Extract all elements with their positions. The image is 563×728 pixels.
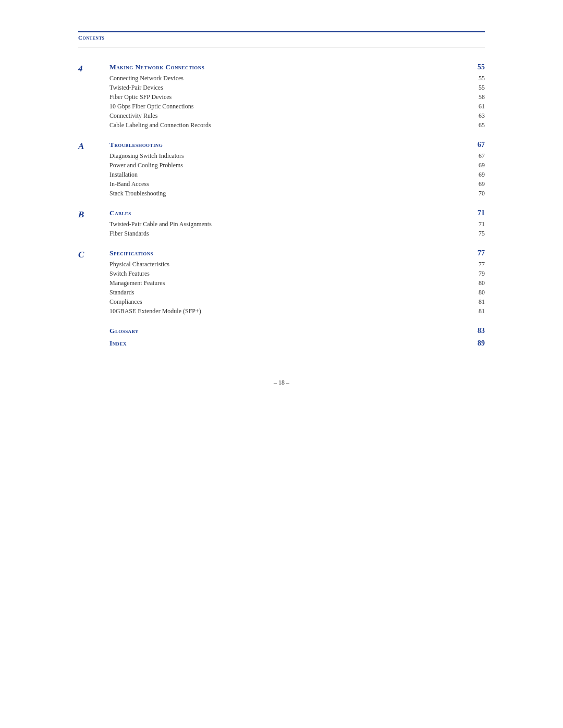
sub-entry-title-b-0: Twisted-Pair Cable and Pin Assignments bbox=[109, 220, 212, 228]
chapter-title-row-b: Cables71 bbox=[109, 209, 485, 217]
sub-entry-a-2: Installation69 bbox=[109, 171, 485, 179]
standalone-page-0: 83 bbox=[478, 327, 485, 335]
sub-entry-page-c-2: 80 bbox=[469, 279, 485, 287]
sub-entry-b-1: Fiber Standards75 bbox=[109, 230, 485, 238]
sub-entry-title-4-3: 10 Gbps Fiber Optic Connections bbox=[109, 103, 193, 110]
standalone-num-1 bbox=[78, 339, 109, 348]
sub-entry-c-5: 10GBASE Extender Module (SFP+)81 bbox=[109, 307, 485, 315]
standalone-section-0: Glossary83 bbox=[78, 327, 485, 335]
chapter-page-b: 71 bbox=[478, 209, 485, 217]
sub-entry-b-0: Twisted-Pair Cable and Pin Assignments71 bbox=[109, 220, 485, 228]
sub-entry-title-4-2: Fiber Optic SFP Devices bbox=[109, 93, 172, 101]
sub-entry-4-5: Cable Labeling and Connection Records65 bbox=[109, 121, 485, 129]
sub-entry-title-c-3: Standards bbox=[109, 289, 134, 297]
sub-entry-c-3: Standards80 bbox=[109, 289, 485, 297]
sub-entry-a-3: In-Band Access69 bbox=[109, 180, 485, 188]
sub-entry-4-4: Connectivity Rules63 bbox=[109, 112, 485, 120]
sub-entries-c: Physical Characteristics77Switch Feature… bbox=[109, 261, 485, 315]
chapter-title-4: Making Network Connections bbox=[109, 63, 204, 71]
page-number: – 18 – bbox=[78, 379, 485, 387]
sub-entry-title-c-5: 10GBASE Extender Module (SFP+) bbox=[109, 307, 201, 315]
sub-entry-title-a-0: Diagnosing Switch Indicators bbox=[109, 152, 184, 160]
sub-entry-4-0: Connecting Network Devices55 bbox=[109, 75, 485, 82]
section-c: CSpecifications77Physical Characteristic… bbox=[78, 249, 485, 323]
sub-entry-page-a-4: 70 bbox=[469, 190, 485, 198]
chapter-title-b: Cables bbox=[109, 209, 131, 217]
sub-entry-page-b-1: 75 bbox=[469, 230, 485, 238]
section-b: BCables71Twisted-Pair Cable and Pin Assi… bbox=[78, 209, 485, 245]
sub-entry-page-a-1: 69 bbox=[469, 162, 485, 169]
sub-entry-page-c-0: 77 bbox=[469, 261, 485, 268]
standalone-row-1: Index89 bbox=[109, 339, 485, 348]
page: Contents 4Making Network Connections55Co… bbox=[78, 0, 485, 728]
sub-entry-title-a-2: Installation bbox=[109, 171, 138, 179]
sub-entry-title-c-4: Compliances bbox=[109, 298, 142, 306]
sub-entry-a-1: Power and Cooling Problems69 bbox=[109, 162, 485, 169]
sub-entry-page-c-1: 79 bbox=[469, 270, 485, 278]
sub-entry-page-a-0: 67 bbox=[469, 152, 485, 160]
sub-entry-title-c-1: Switch Features bbox=[109, 270, 150, 278]
chapter-content-c: Specifications77Physical Characteristics… bbox=[109, 249, 485, 323]
sub-entry-title-a-1: Power and Cooling Problems bbox=[109, 162, 183, 169]
sub-entry-c-2: Management Features80 bbox=[109, 279, 485, 287]
chapter-title-a: Troubleshooting bbox=[109, 141, 163, 149]
chapter-title-row-4: Making Network Connections55 bbox=[109, 63, 485, 71]
sub-entries-4: Connecting Network Devices55Twisted-Pair… bbox=[109, 75, 485, 129]
standalone-section-1: Index89 bbox=[78, 339, 485, 348]
sub-entry-page-a-3: 69 bbox=[469, 180, 485, 188]
sub-entry-title-c-2: Management Features bbox=[109, 279, 165, 287]
chapter-page-c: 77 bbox=[478, 249, 485, 257]
chapter-num-b: B bbox=[78, 209, 109, 220]
sub-entry-title-a-3: In-Band Access bbox=[109, 180, 149, 188]
standalone-title-0: Glossary bbox=[109, 327, 139, 335]
standalone-page-1: 89 bbox=[478, 339, 485, 348]
sub-entry-title-a-4: Stack Troubleshooting bbox=[109, 190, 166, 198]
toc-container: 4Making Network Connections55Connecting … bbox=[78, 63, 485, 348]
sub-entry-title-4-5: Cable Labeling and Connection Records bbox=[109, 121, 211, 129]
chapter-content-4: Making Network Connections55Connecting N… bbox=[109, 63, 485, 137]
standalone-num-0 bbox=[78, 327, 109, 335]
sub-entry-title-4-1: Twisted-Pair Devices bbox=[109, 84, 163, 92]
chapter-num-a: A bbox=[78, 141, 109, 152]
sub-entry-page-b-0: 71 bbox=[469, 220, 485, 228]
sub-entry-a-0: Diagnosing Switch Indicators67 bbox=[109, 152, 485, 160]
header-label: Contents bbox=[78, 34, 485, 47]
sub-entry-page-4-4: 63 bbox=[469, 112, 485, 120]
sub-entry-c-0: Physical Characteristics77 bbox=[109, 261, 485, 268]
sub-entry-page-c-3: 80 bbox=[469, 289, 485, 297]
sub-entry-4-3: 10 Gbps Fiber Optic Connections61 bbox=[109, 103, 485, 110]
sub-entry-4-1: Twisted-Pair Devices55 bbox=[109, 84, 485, 92]
sub-entry-title-4-4: Connectivity Rules bbox=[109, 112, 157, 120]
sub-entry-4-2: Fiber Optic SFP Devices58 bbox=[109, 93, 485, 101]
sub-entry-c-4: Compliances81 bbox=[109, 298, 485, 306]
sub-entry-a-4: Stack Troubleshooting70 bbox=[109, 190, 485, 198]
sub-entry-page-4-2: 58 bbox=[469, 93, 485, 101]
header-top-border bbox=[78, 31, 485, 32]
chapter-title-row-a: Troubleshooting67 bbox=[109, 141, 485, 149]
section-4: 4Making Network Connections55Connecting … bbox=[78, 63, 485, 137]
standalone-title-1: Index bbox=[109, 339, 127, 348]
sub-entry-page-4-0: 55 bbox=[469, 75, 485, 82]
chapter-title-c: Specifications bbox=[109, 249, 153, 257]
standalone-row-0: Glossary83 bbox=[109, 327, 485, 335]
chapter-page-4: 55 bbox=[478, 63, 485, 71]
sub-entry-title-c-0: Physical Characteristics bbox=[109, 261, 169, 268]
sub-entry-page-c-4: 81 bbox=[469, 298, 485, 306]
chapter-title-row-c: Specifications77 bbox=[109, 249, 485, 257]
sub-entry-page-c-5: 81 bbox=[469, 307, 485, 315]
sub-entry-page-4-5: 65 bbox=[469, 121, 485, 129]
chapter-num-4: 4 bbox=[78, 63, 109, 74]
sub-entry-page-4-3: 61 bbox=[469, 103, 485, 110]
sub-entry-page-a-2: 69 bbox=[469, 171, 485, 179]
chapter-content-b: Cables71Twisted-Pair Cable and Pin Assig… bbox=[109, 209, 485, 245]
chapter-num-c: C bbox=[78, 249, 109, 260]
chapter-page-a: 67 bbox=[478, 141, 485, 149]
sub-entry-title-b-1: Fiber Standards bbox=[109, 230, 149, 238]
sub-entry-c-1: Switch Features79 bbox=[109, 270, 485, 278]
sub-entries-a: Diagnosing Switch Indicators67Power and … bbox=[109, 152, 485, 198]
section-a: ATroubleshooting67Diagnosing Switch Indi… bbox=[78, 141, 485, 205]
sub-entries-b: Twisted-Pair Cable and Pin Assignments71… bbox=[109, 220, 485, 238]
sub-entry-title-4-0: Connecting Network Devices bbox=[109, 75, 183, 82]
sub-entry-page-4-1: 55 bbox=[469, 84, 485, 92]
chapter-content-a: Troubleshooting67Diagnosing Switch Indic… bbox=[109, 141, 485, 205]
